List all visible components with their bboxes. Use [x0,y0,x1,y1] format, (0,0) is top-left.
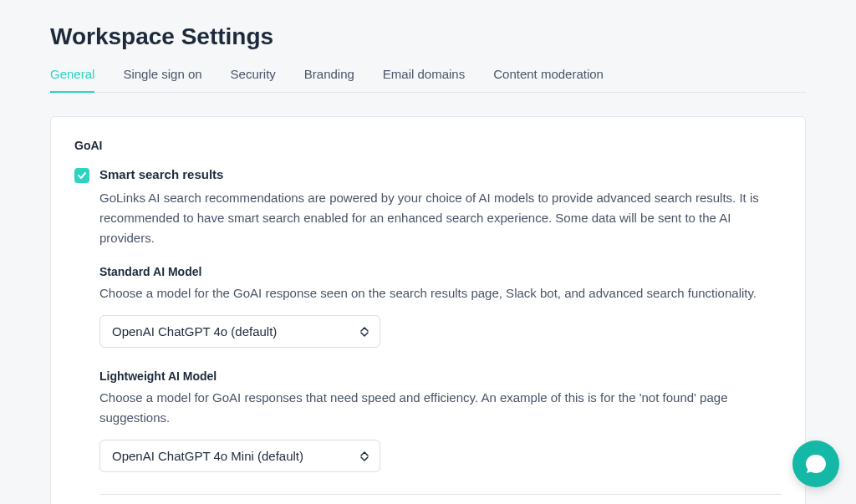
standard-model-label: Standard AI Model [99,265,782,278]
lightweight-model-select[interactable]: OpenAI ChatGPT 4o Mini (default) [99,440,380,472]
chat-button[interactable] [792,440,839,487]
tab-email-domains[interactable]: Email domains [383,67,465,93]
tab-single-sign-on[interactable]: Single sign on [123,67,201,93]
standard-model-select[interactable]: OpenAI ChatGPT 4o (default) [99,315,380,348]
lightweight-model-description: Choose a model for GoAI responses that n… [99,388,782,428]
check-icon [77,171,87,181]
smart-search-description: GoLinks AI search recommendations are po… [99,188,782,248]
tab-general[interactable]: General [50,67,94,93]
tab-security[interactable]: Security [231,67,276,93]
settings-card: GoAI Smart search results GoLinks AI sea… [50,116,806,504]
divider [99,494,782,495]
smart-search-label: Smart search results [99,167,782,181]
standard-model-description: Choose a model for the GoAI response see… [99,283,782,303]
tab-branding[interactable]: Branding [304,67,354,93]
page-title: Workspace Settings [50,23,806,50]
section-heading-goai: GoAI [74,139,782,152]
smart-search-checkbox[interactable] [74,168,89,183]
chat-icon [804,452,828,476]
lightweight-model-label: Lightweight AI Model [99,369,782,383]
tabs-nav: General Single sign on Security Branding… [50,67,806,93]
tab-content-moderation[interactable]: Content moderation [493,67,604,93]
